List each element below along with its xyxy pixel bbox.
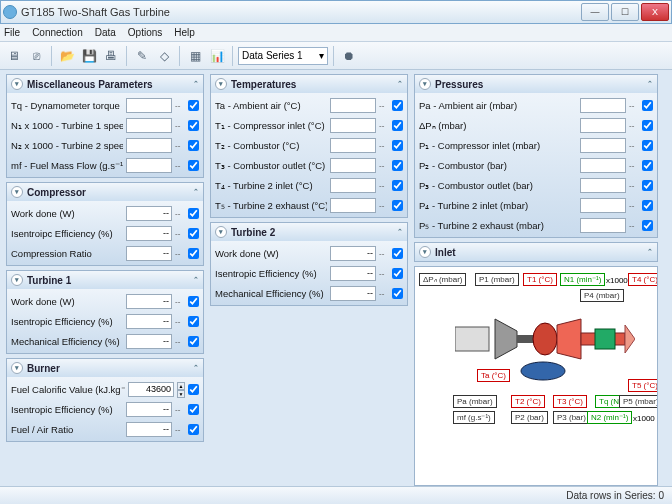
param-input[interactable] <box>126 294 172 309</box>
network-icon[interactable]: ⎚ <box>26 46 46 66</box>
edit-icon[interactable]: ✎ <box>132 46 152 66</box>
panel-header-misc[interactable]: ▾ Miscellaneous Parameters ⌃ <box>7 75 203 93</box>
param-checkbox[interactable] <box>392 160 403 171</box>
param-input[interactable] <box>126 422 172 437</box>
erase-icon[interactable]: ◇ <box>154 46 174 66</box>
param-checkbox[interactable] <box>392 120 403 131</box>
param-checkbox[interactable] <box>642 160 653 171</box>
param-input[interactable] <box>330 98 376 113</box>
collapse-icon: ⌃ <box>397 80 403 88</box>
param-input[interactable] <box>126 138 172 153</box>
param-checkbox[interactable] <box>188 248 199 259</box>
close-button[interactable]: X <box>641 3 669 21</box>
param-input[interactable] <box>580 198 626 213</box>
param-input[interactable] <box>330 286 376 301</box>
connect-icon[interactable]: 🖥 <box>4 46 24 66</box>
param-label: Mechanical Efficiency (%) <box>11 336 123 347</box>
param-checkbox[interactable] <box>392 248 403 259</box>
panel-header-comp[interactable]: ▾ Compressor ⌃ <box>7 183 203 201</box>
panel-header-burner[interactable]: ▾ Burner ⌃ <box>7 359 203 377</box>
param-input[interactable] <box>330 198 376 213</box>
param-checkbox[interactable] <box>392 180 403 191</box>
param-checkbox[interactable] <box>188 404 199 415</box>
param-checkbox[interactable] <box>642 180 653 191</box>
param-checkbox[interactable] <box>188 424 199 435</box>
turbine-diagram: ΔPₙ (mbar)P1 (mbar)T1 (°C)N1 (min⁻¹)x100… <box>414 266 658 486</box>
param-input[interactable] <box>128 382 174 397</box>
param-input[interactable] <box>580 138 626 153</box>
param-checkbox[interactable] <box>392 288 403 299</box>
panel-header-temp[interactable]: ▾ Temperatures ⌃ <box>211 75 407 93</box>
param-checkbox[interactable] <box>642 140 653 151</box>
param-checkbox[interactable] <box>642 220 653 231</box>
param-input[interactable] <box>126 158 172 173</box>
menu-data[interactable]: Data <box>95 27 116 38</box>
series-selector[interactable]: Data Series 1▾ <box>238 47 328 65</box>
param-checkbox[interactable] <box>188 100 199 111</box>
param-input[interactable] <box>126 246 172 261</box>
param-input[interactable] <box>580 118 626 133</box>
maximize-button[interactable]: ☐ <box>611 3 639 21</box>
param-input[interactable] <box>330 158 376 173</box>
param-row: T₁ - Compressor inlet (°C) -- <box>215 115 403 135</box>
param-checkbox[interactable] <box>392 100 403 111</box>
param-checkbox[interactable] <box>642 120 653 131</box>
param-input[interactable] <box>580 158 626 173</box>
param-checkbox[interactable] <box>392 268 403 279</box>
param-checkbox[interactable] <box>392 200 403 211</box>
record-icon[interactable]: ⏺ <box>339 46 359 66</box>
table-icon[interactable]: ▦ <box>185 46 205 66</box>
panel-header-t2[interactable]: ▾ Turbine 2 ⌃ <box>211 223 407 241</box>
panel-header-inlet[interactable]: ▾ Inlet ⌃ <box>415 243 657 261</box>
param-checkbox[interactable] <box>188 316 199 327</box>
param-input[interactable] <box>126 226 172 241</box>
param-input[interactable] <box>580 218 626 233</box>
param-checkbox[interactable] <box>188 384 199 395</box>
param-checkbox[interactable] <box>642 200 653 211</box>
param-input[interactable] <box>126 402 172 417</box>
open-icon[interactable]: 📂 <box>57 46 77 66</box>
diagram-label: T1 (°C) <box>523 273 557 286</box>
param-label: Fuel Calorific Value (kJ.kg⁻¹) <box>11 384 125 395</box>
chart-icon[interactable]: 📊 <box>207 46 227 66</box>
param-checkbox[interactable] <box>642 100 653 111</box>
param-checkbox[interactable] <box>188 208 199 219</box>
menubar: File Connection Data Options Help <box>0 24 672 42</box>
minimize-button[interactable]: — <box>581 3 609 21</box>
panel-header-t1[interactable]: ▾ Turbine 1 ⌃ <box>7 271 203 289</box>
param-input[interactable] <box>126 118 172 133</box>
diagram-label: P2 (bar) <box>511 411 548 424</box>
param-input[interactable] <box>330 178 376 193</box>
spinner[interactable]: ▲▼ <box>177 382 185 397</box>
param-checkbox[interactable] <box>188 228 199 239</box>
menu-connection[interactable]: Connection <box>32 27 83 38</box>
menu-help[interactable]: Help <box>174 27 195 38</box>
param-checkbox[interactable] <box>188 336 199 347</box>
param-checkbox[interactable] <box>188 160 199 171</box>
param-checkbox[interactable] <box>188 120 199 131</box>
collapse-icon: ⌃ <box>397 228 403 236</box>
panel-header-pres[interactable]: ▾ Pressures ⌃ <box>415 75 657 93</box>
param-input[interactable] <box>330 118 376 133</box>
param-input[interactable] <box>330 138 376 153</box>
param-checkbox[interactable] <box>188 296 199 307</box>
param-input[interactable] <box>126 98 172 113</box>
param-checkbox[interactable] <box>392 140 403 151</box>
param-row: T₅ - Turbine 2 exhaust (°C) -- <box>215 195 403 215</box>
param-row: Work done (W) -- <box>11 203 199 223</box>
param-input[interactable] <box>126 334 172 349</box>
param-row: Fuel / Air Ratio -- <box>11 419 199 439</box>
param-input[interactable] <box>126 314 172 329</box>
param-input[interactable] <box>126 206 172 221</box>
param-input[interactable] <box>580 98 626 113</box>
param-checkbox[interactable] <box>188 140 199 151</box>
menu-file[interactable]: File <box>4 27 20 38</box>
menu-options[interactable]: Options <box>128 27 162 38</box>
param-input[interactable] <box>330 246 376 261</box>
expand-icon: ▾ <box>11 362 23 374</box>
param-input[interactable] <box>330 266 376 281</box>
print-icon[interactable]: 🖶 <box>101 46 121 66</box>
save-icon[interactable]: 💾 <box>79 46 99 66</box>
param-input[interactable] <box>580 178 626 193</box>
param-row: P₅ - Turbine 2 exhaust (mbar) -- <box>419 215 653 235</box>
